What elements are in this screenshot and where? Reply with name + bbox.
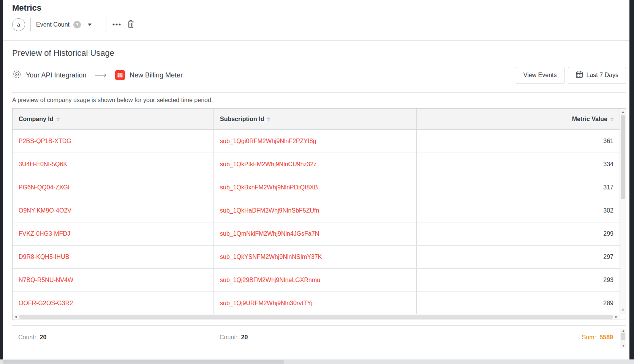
table-row: 3U4H-E0NI-5Q6K sub_1QkPtkFM2Whj9NlnCU9hz… — [13, 153, 626, 176]
date-range-label: Last 7 Days — [587, 72, 618, 79]
section-divider — [12, 92, 626, 93]
metric-value-cell: 297 — [417, 246, 620, 268]
count-label: Count: — [18, 334, 36, 340]
table-row: P2BS-QP1B-XTDG sub_1Qgi0RFM2Whj9NlnF2PZY… — [13, 130, 626, 153]
metric-value-cell: 317 — [417, 176, 620, 199]
subscription-id-cell: sub_1Qgi0RFM2Whj9NlnF2PZYI8g — [214, 130, 417, 153]
subscription-count: Count: 20 — [213, 334, 416, 341]
subscription-id-cell: sub_1QmNklFM2Whj9Nln4JGsFa7N — [214, 222, 417, 245]
page-scrollbar-thumb[interactable] — [3, 360, 284, 364]
billing-meter-icon — [115, 70, 125, 80]
column-label: Subscription Id — [220, 116, 264, 123]
integration-source-label: Your API Integration — [26, 71, 86, 79]
column-label: Company Id — [19, 116, 54, 123]
sort-icon[interactable] — [610, 117, 613, 121]
company-id-cell: FVKZ-0HG3-MFDJ — [13, 222, 214, 245]
table-row: N7BQ-R5NU-NV4W sub_1Qj29BFM2Whj9NlneLGXR… — [13, 269, 626, 292]
table-row: O9NY-KM9O-4O2V sub_1QkHaDFM2Whj9NlnSbF5Z… — [13, 199, 626, 222]
view-events-button[interactable]: View Events — [516, 67, 564, 84]
metrics-section: Metrics a Event Count ? ••• — [3, 0, 629, 41]
table-header-row: Company Id Subscription Id Metric Value — [13, 109, 626, 130]
sort-icon[interactable] — [267, 117, 270, 121]
subscription-id-cell: sub_1QkBxnFM2Whj9NlnPDtQt8XB — [214, 176, 417, 199]
company-id-cell: 3U4H-E0NI-5Q6K — [13, 153, 214, 176]
scroll-up-icon[interactable]: ▲ — [622, 329, 625, 332]
preview-title: Preview of Historical Usage — [12, 48, 626, 58]
trash-icon — [127, 20, 135, 30]
integration-path: Your API Integration ⟶ New Billing Meter — [12, 70, 183, 81]
metric-value-cell: 361 — [417, 130, 620, 153]
count-value: 20 — [40, 334, 47, 340]
metric-value-cell: 334 — [417, 153, 620, 176]
column-header-company-id[interactable]: Company Id — [13, 109, 214, 129]
metrics-controls: a Event Count ? ••• — [12, 17, 620, 32]
subscription-id-cell: sub_1QkYSNFM2Whj9NlnNSImY37K — [214, 246, 417, 268]
usage-preview-table: Company Id Subscription Id Metric Value … — [12, 108, 626, 320]
metric-type-dropdown[interactable]: Event Count ? — [30, 17, 106, 32]
scroll-down-icon[interactable]: ▼ — [622, 345, 625, 348]
metric-value-cell: 299 — [417, 222, 620, 245]
metric-sum: Sum: 5589 — [416, 334, 619, 341]
summary-scrollbar-thumb[interactable] — [621, 333, 625, 340]
table-row: OOFR-G2OS-G3R2 sub_1Qj9URFM2Whj9Nln30rvt… — [13, 292, 626, 315]
delete-metric-button[interactable] — [127, 20, 135, 30]
api-integration-icon — [12, 70, 21, 81]
table-vertical-scrollbar[interactable]: ▲ ▼ — [620, 109, 626, 314]
calendar-icon — [576, 71, 583, 80]
subscription-id-cell: sub_1Qj9URFM2Whj9Nln30rvtTYj — [214, 292, 417, 315]
column-header-subscription-id[interactable]: Subscription Id — [214, 109, 417, 129]
subscription-id-cell: sub_1QkPtkFM2Whj9NlnCU9hz32z — [214, 153, 417, 176]
help-icon[interactable]: ? — [73, 21, 81, 28]
table-row: PG6N-QQ04-ZXGI sub_1QkBxnFM2Whj9NlnPDtQt… — [13, 176, 626, 199]
app-panel: Metrics a Event Count ? ••• — [3, 0, 629, 359]
subscription-id-cell: sub_1Qj29BFM2Whj9NlneLGXRnmu — [214, 269, 417, 292]
integration-row: Your API Integration ⟶ New Billing Meter… — [12, 66, 626, 84]
table-horizontal-scrollbar[interactable]: ◀ ▶ — [13, 314, 620, 320]
company-id-cell: D9R8-KQH5-IHUB — [13, 246, 214, 268]
scroll-down-icon[interactable]: ▼ — [621, 309, 625, 312]
table-summary-row: Count: 20 Count: 20 Sum: 5589 ▲ ▼ — [12, 325, 626, 349]
company-id-cell: P2BS-QP1B-XTDG — [13, 130, 214, 153]
company-id-cell: O9NY-KM9O-4O2V — [13, 199, 214, 222]
vertical-scrollbar-thumb[interactable] — [621, 115, 625, 199]
metric-value-cell: 289 — [417, 292, 620, 315]
chevron-down-icon — [88, 24, 92, 26]
scroll-left-icon[interactable]: ◀ — [14, 315, 17, 318]
table-row: D9R8-KQH5-IHUB sub_1QkYSNFM2Whj9NlnNSImY… — [13, 246, 626, 269]
count-label: Count: — [220, 334, 237, 340]
date-range-button[interactable]: Last 7 Days — [568, 67, 626, 84]
integration-target-label: New Billing Meter — [130, 71, 183, 79]
horizontal-scrollbar-thumb[interactable] — [19, 315, 613, 319]
summary-vertical-scrollbar[interactable]: ▲ ▼ — [620, 329, 626, 348]
metric-type-label: Event Count — [36, 21, 70, 28]
count-value: 20 — [241, 334, 248, 340]
sum-label: Sum: — [582, 334, 596, 340]
company-id-cell: N7BQ-R5NU-NV4W — [13, 269, 214, 292]
company-count: Count: 20 — [12, 334, 213, 341]
arrow-right-icon: ⟶ — [95, 70, 107, 80]
page-title: Metrics — [12, 3, 620, 13]
page-horizontal-scrollbar[interactable] — [0, 359, 634, 364]
preview-section: Preview of Historical Usage Your API Int… — [3, 41, 629, 349]
scroll-right-icon[interactable]: ▶ — [615, 315, 618, 318]
more-options-button[interactable]: ••• — [112, 21, 122, 28]
column-header-metric-value[interactable]: Metric Value — [417, 109, 620, 129]
preview-description: A preview of company usage is shown belo… — [12, 97, 626, 104]
column-label: Metric Value — [572, 116, 607, 123]
table-row: FVKZ-0HG3-MFDJ sub_1QmNklFM2Whj9Nln4JGsF… — [13, 222, 626, 246]
metric-value-cell: 293 — [417, 269, 620, 292]
sort-icon[interactable] — [57, 117, 60, 121]
company-id-cell: OOFR-G2OS-G3R2 — [13, 292, 214, 315]
company-id-cell: PG6N-QQ04-ZXGI — [13, 176, 214, 199]
sum-value: 5589 — [599, 334, 613, 340]
subscription-id-cell: sub_1QkHaDFM2Whj9NlnSbF5ZUfn — [214, 199, 417, 222]
metric-badge: a — [12, 18, 25, 31]
scroll-up-icon[interactable]: ▲ — [621, 110, 625, 113]
preview-actions: View Events — [516, 67, 626, 84]
metric-value-cell: 302 — [417, 199, 620, 222]
